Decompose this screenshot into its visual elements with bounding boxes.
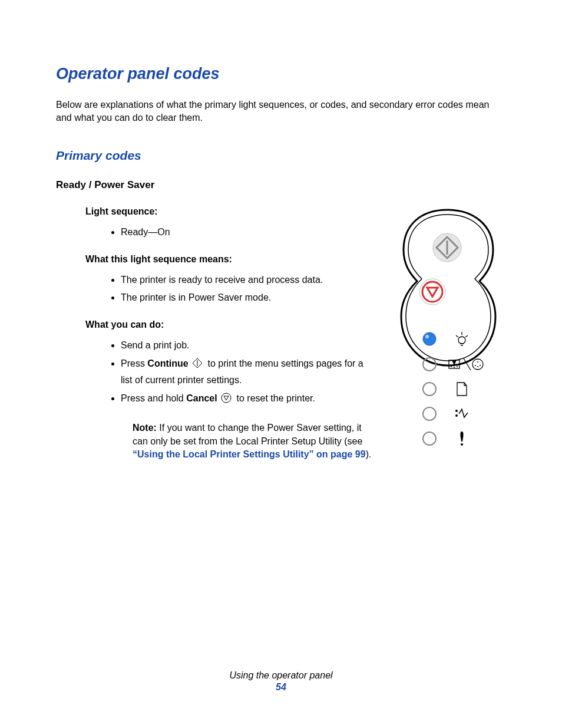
- cancel-triangle-icon: [221, 393, 232, 408]
- svg-point-21: [454, 367, 455, 368]
- content-row: Light sequence: Ready—On What this light…: [56, 206, 506, 462]
- indicator-off-icon: [423, 383, 436, 396]
- indicator-off-icon: [423, 407, 436, 420]
- svg-point-2: [222, 393, 231, 403]
- list-item: The printer is in Power Saver mode.: [121, 291, 376, 305]
- light-sequence-heading: Light sequence:: [85, 206, 376, 217]
- do-heading: What you can do:: [85, 319, 376, 330]
- error-exclamation-icon: [460, 431, 463, 446]
- list-item: Ready—On: [121, 225, 376, 240]
- svg-point-26: [480, 365, 481, 366]
- svg-point-20: [451, 366, 452, 367]
- intro-paragraph: Below are explanations of what the prima…: [56, 98, 504, 125]
- svg-point-25: [475, 365, 476, 366]
- cancel-button-icon: [419, 279, 445, 305]
- text-fragment: Press and hold: [121, 393, 186, 403]
- list-item: The printer is ready to receive and proc…: [121, 273, 376, 288]
- text-column: Light sequence: Ready—On What this light…: [56, 206, 376, 462]
- text-fragment: to reset the printer.: [237, 393, 315, 403]
- svg-point-27: [477, 366, 478, 367]
- paper-jam-icon: [455, 409, 468, 417]
- svg-point-23: [472, 359, 483, 370]
- svg-point-7: [419, 279, 445, 305]
- note-label: Note:: [133, 423, 157, 433]
- continue-label: Continue: [147, 358, 188, 368]
- svg-point-29: [455, 414, 458, 417]
- note-text: If you want to change the Power Saver se…: [133, 423, 362, 446]
- means-list: The printer is ready to receive and proc…: [56, 273, 376, 306]
- page-number: 54: [0, 682, 562, 693]
- section-heading-primary: Primary codes: [56, 149, 506, 163]
- indicator-off-icon: [423, 432, 436, 445]
- means-heading: What this light sequence means:: [85, 254, 376, 265]
- svg-point-28: [455, 410, 458, 412]
- svg-point-11: [425, 335, 429, 338]
- cancel-label: Cancel: [186, 393, 217, 403]
- text-fragment: Press: [121, 358, 147, 368]
- svg-point-24: [477, 361, 478, 363]
- topic-heading: Ready / Power Saver: [56, 179, 506, 191]
- note-text-end: ).: [366, 449, 372, 459]
- list-item: Press Continue to print the menu setting…: [121, 357, 376, 388]
- document-page: Operator panel codes Below are explanati…: [0, 0, 562, 728]
- svg-marker-3: [224, 396, 229, 400]
- list-item: Press and hold Cancel to reset the print…: [121, 391, 376, 408]
- operator-panel-diagram: [388, 206, 506, 454]
- ready-light-on-icon: [423, 332, 436, 345]
- page-title: Operator panel codes: [56, 65, 506, 83]
- list-item: Send a print job.: [121, 338, 376, 353]
- page-footer: Using the operator panel 54: [0, 670, 562, 693]
- drum-icon: [472, 359, 483, 370]
- paper-icon: [457, 383, 467, 396]
- svg-point-10: [423, 332, 436, 345]
- light-sequence-list: Ready—On: [56, 225, 376, 240]
- do-list: Send a print job. Press Continue to prin…: [56, 338, 376, 407]
- note-block: Note: If you want to change the Power Sa…: [133, 421, 376, 461]
- cross-reference-link[interactable]: “Using the Local Printer Settings Utilit…: [133, 449, 366, 459]
- continue-button-icon: [433, 233, 461, 262]
- svg-point-22: [457, 366, 458, 367]
- svg-point-30: [461, 443, 463, 446]
- continue-diamond-icon: [192, 358, 203, 373]
- panel-diagram-column: [388, 206, 506, 462]
- footer-title: Using the operator panel: [229, 670, 332, 680]
